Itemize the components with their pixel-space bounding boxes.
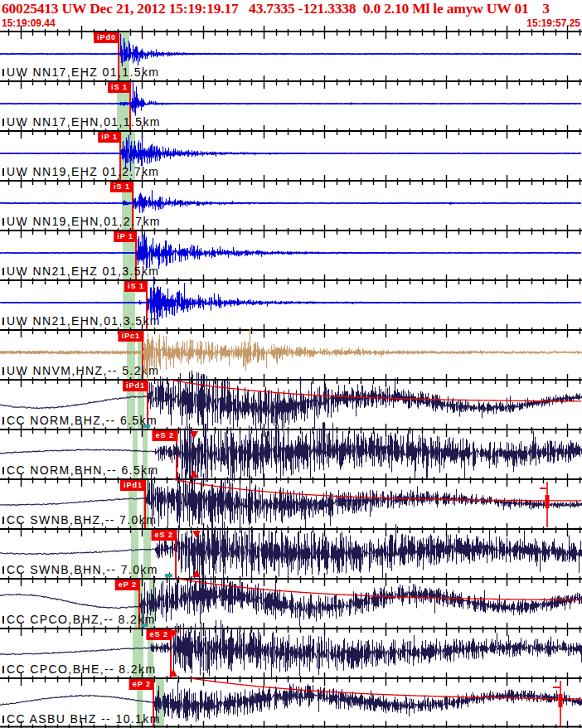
trace-row[interactable]: iPd0UW NN17,EHZ 01,1.5km xyxy=(0,32,582,81)
trace-row[interactable]: eP 2CC ASBU BHZ -- 10.1km xyxy=(0,678,582,728)
label-edge-tick xyxy=(2,168,4,176)
phase-pick-flag[interactable]: iP 1 xyxy=(114,231,137,242)
s-marker-triangle-bottom[interactable] xyxy=(190,470,198,478)
predicted-s-tick xyxy=(165,574,172,577)
label-edge-tick xyxy=(2,417,4,425)
predicted-s-tick xyxy=(143,425,150,428)
s-marker-triangle-bottom[interactable] xyxy=(169,669,177,677)
phase-pick-flag[interactable]: iS 1 xyxy=(110,182,133,192)
trace-row[interactable]: eP 2CC CPCO,BHZ,-- 8.2km xyxy=(0,579,582,629)
label-edge-tick xyxy=(2,218,4,226)
s-marker-triangle-top[interactable] xyxy=(169,630,177,638)
phase-pick-flag[interactable]: iPd1 xyxy=(120,480,146,491)
predicted-s-tick xyxy=(141,624,148,627)
label-edge-tick xyxy=(2,69,4,76)
phase-pick-flag[interactable]: iPd1 xyxy=(123,381,148,391)
label-edge-tick xyxy=(2,367,4,375)
station-label: UW NN21,EHN,01,3.5km xyxy=(2,314,161,328)
phase-pick-flag[interactable]: eP 2 xyxy=(129,679,154,690)
label-edge-tick xyxy=(2,566,4,574)
station-label: UW NN17,EHN,01,1.5km xyxy=(2,115,161,129)
label-edge-tick xyxy=(2,268,4,275)
station-label: CC NORM,BHN,-- 6.5km xyxy=(2,463,159,477)
trace-row[interactable]: iPc1UW NNVM,HNZ,-- 5.2km xyxy=(0,330,582,380)
station-label: UW NN21,EHZ 01,3.5km xyxy=(2,265,159,278)
label-edge-tick xyxy=(2,716,4,723)
station-label: CC CPCO,BHE,-- 8.2km xyxy=(2,662,156,676)
trace-row[interactable]: eS 2CC CPCO,BHE,-- 8.2km xyxy=(0,629,582,678)
phase-pick-flag[interactable]: iS 1 xyxy=(124,281,148,292)
trace-row[interactable]: iS 1UW NN19,EHN,01,2.7km xyxy=(0,181,582,231)
s-marker-triangle-top[interactable] xyxy=(192,531,201,538)
waveform-plot-area: iPd0UW NN17,EHZ 01,1.5kmiS 1UW NN17,EHN,… xyxy=(0,0,582,728)
station-label: CC CPCO,BHZ,-- 8.2km xyxy=(2,613,156,626)
station-label: CC ASBU BHZ -- 10.1km xyxy=(2,712,161,726)
station-label: UW NNVM,HNZ,-- 5.2km xyxy=(2,364,159,377)
phase-pick-flag[interactable]: iS 1 xyxy=(108,82,131,93)
s-marker-triangle-top[interactable] xyxy=(190,431,198,439)
trace-row[interactable]: iPd1CC NORM,BHZ,-- 6.5km xyxy=(0,380,582,430)
trace-row[interactable]: iP 1UW NN21,EHZ 01,3.5km xyxy=(0,231,582,280)
trace-row[interactable]: iS 1UW NN17,EHN,01,1.5km xyxy=(0,81,582,131)
label-edge-tick xyxy=(2,119,4,126)
s-marker-triangle-bottom[interactable] xyxy=(192,570,201,577)
label-edge-tick xyxy=(2,517,4,524)
phase-pick-flag[interactable]: iP 1 xyxy=(98,132,121,143)
label-edge-tick xyxy=(2,318,4,325)
phase-pick-flag[interactable]: eS 2 xyxy=(151,530,177,541)
trace-row[interactable]: iS 1UW NN21,EHN,01,3.5km xyxy=(0,280,582,330)
label-edge-tick xyxy=(2,666,4,673)
trace-row[interactable]: eS 2CC NORM,BHN,-- 6.5km xyxy=(0,430,582,479)
trace-row[interactable]: eS 2CC SWNB,BHN,-- 7.0km xyxy=(0,529,582,579)
seismogram-review-window: 60025413 UW Dec 21, 2012 15:19:19.17 43.… xyxy=(0,0,582,728)
station-label: CC SWNB,BHZ,-- 7.0km xyxy=(2,513,157,527)
station-label: CC SWNB,BHN,-- 7.0km xyxy=(2,563,158,576)
phase-pick-flag[interactable]: iPd0 xyxy=(94,32,119,43)
phase-pick-flag[interactable]: eP 2 xyxy=(115,580,140,590)
phase-pick-flag[interactable]: eS 2 xyxy=(146,629,172,640)
phase-pick-flag[interactable]: iPc1 xyxy=(118,331,143,342)
trace-row[interactable]: iPd1CC SWNB,BHZ,-- 7.0km xyxy=(0,479,582,529)
label-edge-tick xyxy=(2,616,4,624)
station-label: CC NORM,BHZ,-- 6.5km xyxy=(2,414,158,427)
station-label: UW NN19,EHZ 01,2.7km xyxy=(2,165,159,178)
label-edge-tick xyxy=(2,467,4,474)
trace-row[interactable]: iP 1UW NN19,EHZ 01,2.7km xyxy=(0,131,582,181)
station-label: UW NN19,EHN,01,2.7km xyxy=(2,215,161,228)
phase-pick-flag[interactable]: eS 2 xyxy=(152,430,177,441)
station-label: UW NN17,EHZ 01,1.5km xyxy=(2,66,159,79)
